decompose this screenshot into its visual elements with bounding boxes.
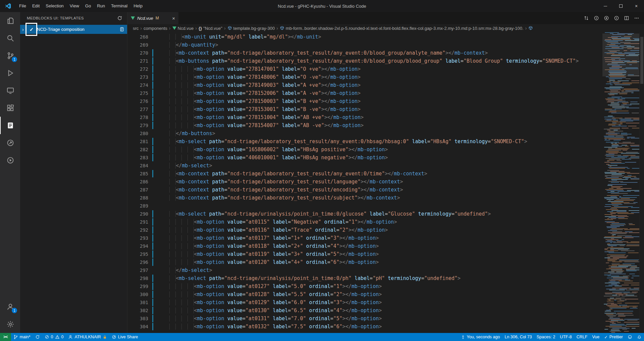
code-line[interactable]: 298 <mb-select path="ncd-triage/urinalys… [127, 274, 602, 282]
breadcrumb-item[interactable]: components [144, 26, 167, 31]
code-line[interactable]: 296 <mb-option value="at0120" label="4+"… [127, 258, 602, 266]
activity-item-accounts[interactable]: 1 [0, 298, 20, 316]
code-line[interactable]: 301 <mb-option value="at0129" label="6.0… [127, 298, 602, 306]
gitlens-blame-item[interactable]: You, seconds ago [459, 333, 502, 341]
activity-item-medblocks-templates[interactable] [0, 117, 20, 134]
code-line[interactable]: 274 <mb-option value="278149003" label="… [127, 81, 602, 89]
open-changes-icon[interactable] [584, 15, 589, 21]
scrollbar-thumb[interactable] [640, 37, 643, 84]
more-actions-icon[interactable] [634, 15, 639, 21]
menu-help[interactable]: Help [130, 0, 146, 12]
breadcrumb-item[interactable]: {}"Ncd.vue" [199, 26, 222, 31]
feedback-item[interactable] [625, 333, 635, 341]
live-share-item[interactable]: Live Share [109, 333, 141, 341]
code-line[interactable]: 304 <mb-option value="at0132" label="7.5… [127, 323, 602, 331]
menu-run[interactable]: Run [94, 0, 108, 12]
activity-item-explorer[interactable] [0, 12, 20, 30]
record-dot-icon[interactable] [604, 15, 609, 21]
sync-item[interactable] [33, 333, 42, 341]
nav-back-icon[interactable] [594, 15, 599, 21]
maximize-button[interactable] [613, 0, 629, 12]
code-line[interactable]: 284 </mb-select> [127, 162, 602, 170]
menu-selection[interactable]: Selection [43, 0, 66, 12]
code-line[interactable]: 269 </mb-quantity> [127, 41, 602, 49]
code-line[interactable]: 271 <mb-buttons path="ncd-triage/laborat… [127, 57, 602, 65]
split-editor-icon[interactable] [624, 15, 629, 21]
code-line[interactable]: 273 <mb-option value="278148006" label="… [127, 73, 602, 81]
code-line[interactable]: 289 [127, 202, 602, 210]
indentation-item[interactable]: Spaces: 2 [534, 333, 558, 341]
vertical-scrollbar[interactable] [639, 32, 644, 333]
menu-edit[interactable]: Edit [29, 0, 43, 12]
eol-item[interactable]: CRLF [574, 333, 590, 341]
code-line[interactable]: 302 <mb-option value="at0130" label="6.5… [127, 306, 602, 315]
code-line[interactable]: 283 <mb-option value="406010001" label="… [127, 154, 602, 162]
template-item-ncd-triage[interactable]: › ✓ NCD-Triage composition [20, 25, 127, 34]
breadcrumb-item[interactable]: src [133, 26, 139, 31]
activity-item-remote-explorer[interactable] [0, 82, 20, 99]
activity-item-source-control[interactable]: 1 [0, 47, 20, 64]
activity-item-live-share[interactable] [0, 134, 20, 152]
code-line[interactable]: 291 <mb-option value="at0115" label="Neg… [127, 218, 602, 226]
code-line[interactable]: 280 </mb-buttons> [127, 129, 602, 137]
language-mode-item[interactable]: Vue [590, 333, 602, 341]
code-line[interactable]: 287 <mb-context path="ncd-triage/laborat… [127, 186, 602, 194]
encoding-item[interactable]: UTF-8 [557, 333, 574, 341]
activity-item-run-debug[interactable] [0, 64, 20, 82]
problems-item[interactable]: 0 0 [42, 333, 66, 341]
code-line[interactable]: 285 <mb-context path="ncd-triage/laborat… [127, 170, 602, 178]
code-line[interactable]: 270 <mb-context path="ncd-triage/laborat… [127, 49, 602, 57]
activity-item-search[interactable] [0, 30, 20, 47]
code-line[interactable]: 290 <mb-select path="ncd-triage/urinalys… [127, 210, 602, 218]
clipboard-icon[interactable] [119, 27, 124, 32]
menu-file[interactable]: File [16, 0, 29, 12]
activity-item-run-circle[interactable] [0, 152, 20, 169]
code-line[interactable]: 272 <mb-option value="278147001" label="… [127, 65, 602, 73]
code-line[interactable]: 292 <mb-option value="at0116" label="Tra… [127, 226, 602, 234]
breadcrumb-item[interactable]: mb-form..border.shadow-2xl.p-5.rounded-x… [280, 26, 524, 31]
cursor-position-item[interactable]: Ln 306, Col 73 [502, 333, 534, 341]
menu-view[interactable]: View [67, 0, 82, 12]
code-editor[interactable]: 268 <mb-unit unit="mg/dl" label="mg/dl">… [127, 32, 602, 333]
code-line[interactable]: 293 <mb-option value="at0117" label="1+"… [127, 234, 602, 242]
code-line[interactable]: 288 <mb-context path="ncd-triage/laborat… [127, 194, 602, 202]
breadcrumb-item[interactable]: template.bg-gray-300 [227, 26, 275, 31]
code-line[interactable]: 294 <mb-option value="at0118" label="2+"… [127, 242, 602, 250]
code-line[interactable]: 275 <mb-option value="278152006" label="… [127, 89, 602, 97]
code-line[interactable]: 282 <mb-option value="165806002" label="… [127, 146, 602, 154]
remote-indicator[interactable]: >< [0, 333, 11, 341]
menu-go[interactable]: Go [82, 0, 94, 12]
account-item[interactable]: ATHULKNAIR [66, 333, 109, 341]
minimize-button[interactable]: ─ [598, 0, 613, 12]
code-line[interactable]: 268 <mb-unit unit="mg/dl" label="mg/dl">… [127, 33, 602, 41]
tab-ncd-vue[interactable]: Ncd.vue M × [127, 12, 178, 24]
chevron-right-icon[interactable]: › [22, 26, 26, 32]
activity-item-extensions[interactable] [0, 99, 20, 117]
line-number: 285 [127, 170, 152, 178]
menu-terminal[interactable]: Terminal [108, 0, 130, 12]
code-line[interactable]: 277 <mb-option value="278153001" label="… [127, 105, 602, 113]
minimap[interactable] [602, 32, 639, 333]
code-line[interactable]: 300 <mb-option value="at0128" label="5.5… [127, 290, 602, 298]
breadcrumb-item[interactable] [528, 26, 533, 31]
close-button[interactable]: × [629, 0, 644, 12]
code-line[interactable]: 299 <mb-option value="at0127" label="5.0… [127, 282, 602, 290]
code-line[interactable]: 297 </mb-select> [127, 266, 602, 274]
refresh-icon[interactable] [117, 15, 122, 21]
notifications-item[interactable] [635, 333, 644, 341]
minimap-slider[interactable] [602, 34, 639, 76]
code-text: <mb-option value="278152006" label="A -v… [154, 89, 361, 97]
git-branch-item[interactable]: main* [11, 333, 33, 341]
code-line[interactable]: 276 <mb-option value="278150003" label="… [127, 97, 602, 105]
code-line[interactable]: 295 <mb-option value="at0119" label="3+"… [127, 250, 602, 258]
code-line[interactable]: 278 <mb-option value="278151004" label="… [127, 113, 602, 121]
activity-item-settings[interactable] [0, 316, 20, 333]
code-line[interactable]: 279 <mb-option value="278154007" label="… [127, 121, 602, 129]
tab-close-icon[interactable]: × [172, 15, 175, 21]
code-line[interactable]: 281 <mb-select path="ncd-triage/laborato… [127, 137, 602, 146]
nav-forward-icon[interactable] [614, 15, 619, 21]
code-line[interactable]: 286 <mb-context path="ncd-triage/laborat… [127, 178, 602, 186]
breadcrumb-item[interactable]: Ncd.vue [172, 26, 194, 31]
code-line[interactable]: 303 <mb-option value="at0131" label="7.0… [127, 315, 602, 323]
formatter-item[interactable]: ✓ Prettier [602, 333, 625, 341]
